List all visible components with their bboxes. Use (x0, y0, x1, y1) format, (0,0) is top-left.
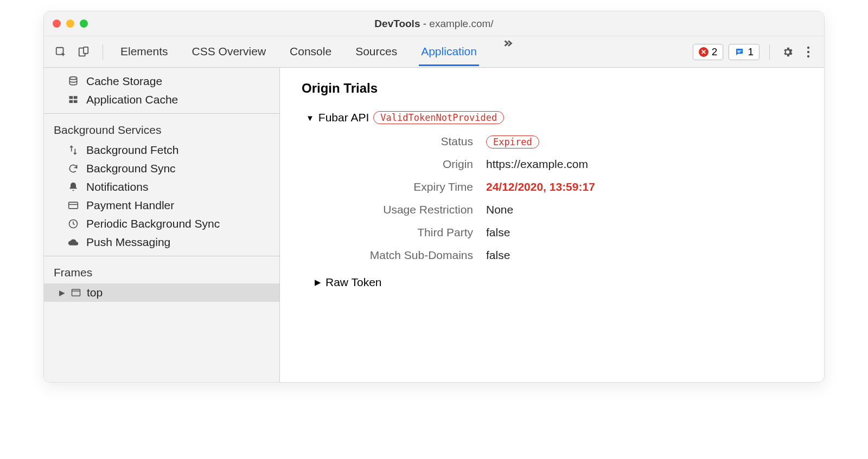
clock-icon (67, 218, 80, 229)
raw-token-row[interactable]: ▶ Raw Token (302, 276, 802, 289)
page-heading: Origin Trials (302, 81, 802, 96)
main-content: Origin Trials ▼ Fubar API ValidTokenNotP… (280, 68, 824, 382)
label-third-party: Third Party (323, 226, 486, 239)
sidebar-item-label: Periodic Background Sync (86, 217, 220, 230)
label-expiry: Expiry Time (323, 180, 486, 193)
sidebar-item-label: Background Sync (86, 162, 176, 175)
label-status: Status (323, 135, 486, 148)
transfer-icon (67, 145, 80, 156)
label-origin: Origin (323, 158, 486, 171)
title-app: DevTools (374, 18, 420, 29)
status-badge: Expired (486, 135, 539, 148)
svg-rect-3 (738, 50, 742, 51)
sidebar-group-background: Background Services Background Fetch Bac… (44, 114, 279, 256)
trial-header: ▼ Fubar API ValidTokenNotProvided (302, 111, 802, 124)
more-options-button[interactable] (800, 46, 816, 58)
svg-point-5 (807, 46, 809, 48)
sidebar-item-label: Application Cache (86, 93, 178, 106)
toolbar-divider (769, 44, 770, 60)
value-subdomains: false (486, 249, 802, 262)
toolbar-divider (103, 44, 103, 60)
message-count: 1 (748, 46, 754, 58)
sidebar-item-notifications[interactable]: Notifications (44, 178, 279, 196)
device-toggle-button[interactable] (74, 43, 93, 61)
error-icon: ✕ (699, 47, 709, 57)
expand-icon[interactable]: ▶ (315, 277, 321, 287)
error-count: 2 (712, 46, 718, 58)
raw-token-label: Raw Token (326, 276, 382, 289)
zoom-window-button[interactable] (80, 20, 88, 28)
svg-rect-16 (72, 289, 80, 296)
sidebar-item-cache-storage[interactable]: Cache Storage (44, 72, 279, 90)
sync-icon (67, 163, 80, 174)
devtools-window: DevTools - example.com/ Elements CSS Ove… (43, 11, 825, 383)
svg-rect-11 (69, 100, 73, 103)
tab-css-overview[interactable]: CSS Overview (190, 37, 269, 66)
window-title: DevTools - example.com/ (374, 18, 493, 30)
sidebar-item-payment-handler[interactable]: Payment Handler (44, 196, 279, 215)
sidebar-item-application-cache[interactable]: Application Cache (44, 90, 279, 109)
sidebar-group-cache: Cache Storage Application Cache (44, 68, 279, 114)
inspect-element-button[interactable] (52, 43, 70, 61)
sidebar-item-background-fetch[interactable]: Background Fetch (44, 141, 279, 159)
svg-rect-10 (74, 96, 78, 99)
svg-rect-4 (738, 51, 741, 53)
sidebar-item-label: Cache Storage (86, 75, 162, 88)
sidebar-heading-background: Background Services (44, 118, 279, 141)
sidebar-group-frames: Frames ▶ top (44, 256, 279, 306)
cloud-icon (67, 237, 80, 248)
panel-tabs: Elements CSS Overview Console Sources Ap… (118, 37, 517, 66)
status-pills: ✕ 2 1 (693, 44, 760, 60)
trial-details: Status Expired Origin https://example.co… (323, 135, 802, 262)
panel-body: Cache Storage Application Cache Backgrou… (44, 68, 824, 382)
sidebar-item-label: Payment Handler (86, 199, 174, 212)
svg-point-7 (807, 55, 809, 57)
grid-icon (67, 95, 80, 105)
svg-rect-9 (69, 96, 73, 99)
sidebar-item-push-messaging[interactable]: Push Messaging (44, 233, 279, 251)
application-sidebar: Cache Storage Application Cache Backgrou… (44, 68, 280, 382)
tab-console[interactable]: Console (288, 37, 334, 66)
value-status: Expired (486, 135, 802, 148)
frame-icon (69, 288, 82, 298)
message-icon (735, 47, 744, 57)
trial-name: Fubar API (318, 111, 369, 124)
value-expiry: 24/12/2020, 13:59:17 (486, 180, 802, 193)
messages-pill[interactable]: 1 (729, 44, 760, 60)
titlebar: DevTools - example.com/ (44, 11, 824, 36)
card-icon (67, 200, 80, 211)
sidebar-item-label: Background Fetch (86, 144, 178, 157)
svg-point-6 (807, 50, 809, 53)
svg-rect-12 (74, 100, 78, 103)
tab-elements[interactable]: Elements (118, 37, 170, 66)
close-window-button[interactable] (53, 20, 61, 28)
window-controls (53, 20, 88, 28)
sidebar-item-label: top (87, 286, 103, 299)
svg-rect-2 (84, 47, 88, 53)
expand-icon[interactable]: ▶ (59, 288, 65, 297)
sidebar-item-label: Push Messaging (86, 236, 170, 249)
value-origin: https://example.com (486, 158, 802, 171)
more-tabs-button[interactable] (499, 37, 517, 66)
value-usage: None (486, 203, 802, 216)
database-icon (67, 76, 80, 87)
tab-application[interactable]: Application (419, 37, 479, 66)
minimize-window-button[interactable] (66, 20, 74, 28)
sidebar-item-label: Notifications (86, 180, 148, 193)
errors-pill[interactable]: ✕ 2 (693, 44, 724, 60)
sidebar-heading-frames: Frames (44, 261, 279, 283)
svg-rect-13 (69, 202, 78, 209)
toolbar: Elements CSS Overview Console Sources Ap… (44, 36, 824, 68)
label-usage: Usage Restriction (323, 203, 486, 216)
svg-point-8 (69, 77, 76, 80)
sidebar-item-background-sync[interactable]: Background Sync (44, 159, 279, 178)
collapse-icon[interactable]: ▼ (306, 113, 314, 122)
token-status-badge: ValidTokenNotProvided (373, 111, 504, 124)
bell-icon (67, 182, 80, 192)
settings-button[interactable] (780, 46, 796, 58)
sidebar-item-frame-top[interactable]: ▶ top (44, 283, 279, 302)
label-subdomains: Match Sub-Domains (323, 249, 486, 262)
tab-sources[interactable]: Sources (353, 37, 399, 66)
value-third-party: false (486, 226, 802, 239)
sidebar-item-periodic-sync[interactable]: Periodic Background Sync (44, 215, 279, 233)
